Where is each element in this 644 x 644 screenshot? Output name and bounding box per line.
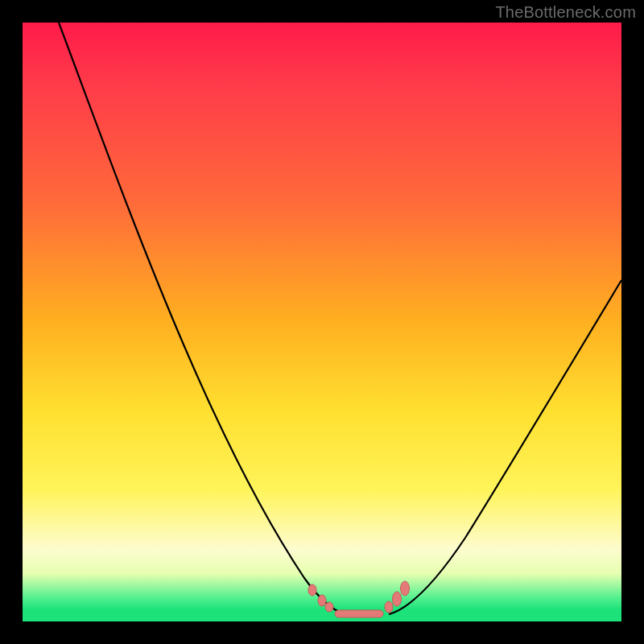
watermark-text: TheBottleneck.com: [495, 3, 636, 22]
svg-point-0: [308, 584, 316, 596]
svg-point-6: [401, 581, 410, 596]
svg-point-1: [318, 595, 326, 606]
right-curve: [389, 280, 621, 614]
svg-point-4: [385, 601, 393, 613]
svg-point-2: [325, 602, 333, 612]
svg-rect-3: [335, 610, 383, 617]
chart-svg: [23, 23, 621, 621]
svg-point-5: [393, 592, 402, 606]
left-curve: [59, 23, 345, 614]
chart-frame: TheBottleneck.com: [0, 0, 644, 644]
